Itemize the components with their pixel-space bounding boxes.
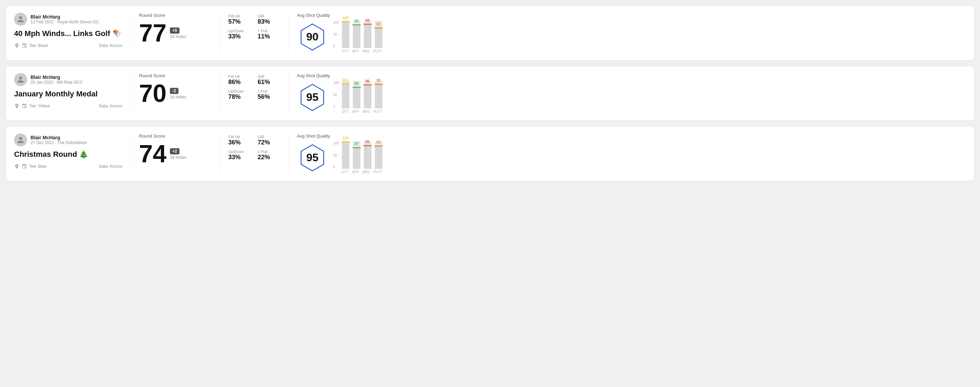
quality-left: Avg Shot Quality 95 100 50 0 — [297, 133, 382, 174]
shot-quality-chart: 100 50 0 107 95 — [333, 21, 382, 53]
bar-col-putt: 82 — [375, 21, 382, 48]
hexagon-score: 95 — [306, 91, 318, 104]
tee-info: Tee: Yellow Data: Arccos — [14, 103, 122, 109]
weather-icon — [14, 43, 19, 48]
gir-label: GIR — [258, 75, 280, 79]
person-icon — [17, 136, 24, 144]
gir-stat: GIR 61% — [258, 75, 280, 86]
score-detail: -2 18 Holes — [170, 87, 186, 100]
stats-section: FW Hit 36% GIR 72% Up/Down 33% 1 Putt 22… — [220, 133, 289, 174]
tee-info: Tee: Black Data: Arccos — [14, 43, 122, 48]
user-info: Blair McHarg 12 Feb 2022 · Royal North D… — [30, 14, 99, 24]
bar-col-app: 87 — [353, 141, 360, 169]
user-info: Blair McHarg 29 Jan 2022 · Mill Ride GCC — [30, 75, 83, 85]
weather-icon — [14, 163, 19, 169]
bar-col-app: 86 — [353, 81, 360, 108]
score-row: 77 +5 18 Holes — [139, 21, 212, 45]
updown-label: Up/Down — [228, 29, 251, 33]
bars-row: 107 95 98 — [342, 21, 382, 48]
gir-value: 83% — [258, 18, 280, 25]
hexagon: 95 — [297, 82, 328, 113]
avg-shot-quality-label: Avg Shot Quality — [297, 73, 382, 78]
fw-hit-label: FW Hit — [228, 14, 251, 18]
round-card-round1: Blair McHarg 12 Feb 2022 · Royal North D… — [5, 5, 975, 60]
score-detail: +5 18 Holes — [170, 27, 186, 39]
gir-value: 72% — [258, 139, 280, 146]
x-labels: OTTAPPARGPUTT — [342, 49, 382, 53]
round-score-label: Round Score — [139, 73, 212, 78]
gir-label: GIR — [258, 14, 280, 18]
fw-hit-label: FW Hit — [228, 135, 251, 139]
big-score: 74 — [139, 141, 167, 166]
updown-label: Up/Down — [228, 149, 251, 154]
score-row: 74 +2 18 Holes — [139, 141, 212, 166]
hexagon: 95 — [297, 143, 328, 173]
quality-section: Avg Shot Quality 95 100 50 0 — [289, 133, 966, 174]
score-detail: +2 18 Holes — [170, 148, 186, 160]
score-badge: +2 — [170, 148, 180, 154]
user-name: Blair McHarg — [30, 135, 87, 140]
bar-col-ott: 107 — [342, 21, 350, 48]
user-name: Blair McHarg — [30, 14, 99, 19]
bars-row: 101 86 96 — [342, 81, 382, 108]
round-score-label: Round Score — [139, 13, 212, 18]
tee-info: Tee: Blue Data: Arccos — [14, 163, 122, 169]
quality-left: Avg Shot Quality 90 100 50 0 — [297, 13, 382, 53]
oneputt-value: 11% — [258, 33, 280, 40]
score-row: 70 -2 18 Holes — [139, 81, 212, 106]
shot-quality-chart: 100 50 0 110 87 — [333, 141, 382, 174]
data-source: Data: Arccos — [99, 104, 122, 108]
tee-icon — [22, 163, 27, 169]
tee-label: Tee: Yellow — [14, 103, 50, 109]
bar-col-putt: 93 — [375, 141, 382, 169]
gir-stat: GIR 72% — [258, 135, 280, 146]
score-badge: +5 — [170, 27, 180, 33]
fw-hit-stat: FW Hit 36% — [228, 135, 251, 146]
tee-icon — [22, 103, 27, 109]
stats-section: FW Hit 86% GIR 61% Up/Down 78% 1 Putt 56… — [220, 73, 289, 114]
tee-text: Tee: Yellow — [29, 104, 50, 108]
user-meta: 12 Feb 2022 · Royal North Devon GC — [30, 19, 99, 24]
stats-grid: FW Hit 57% GIR 83% Up/Down 33% 1 Putt 11… — [228, 14, 280, 40]
bar-col-arg: 95 — [364, 141, 371, 169]
quality-section: Avg Shot Quality 95 100 50 0 — [289, 73, 966, 114]
round-card-round2: Blair McHarg 29 Jan 2022 · Mill Ride GCC… — [5, 66, 975, 121]
user-meta: 29 Jan 2022 · Mill Ride GCC — [30, 80, 83, 85]
stats-grid: FW Hit 36% GIR 72% Up/Down 33% 1 Putt 22… — [228, 135, 280, 161]
round-score-label: Round Score — [139, 133, 212, 139]
score-holes: 18 Holes — [170, 155, 186, 160]
oneputt-stat: 1 Putt 11% — [258, 29, 280, 40]
oneputt-label: 1 Putt — [258, 89, 280, 93]
gir-value: 61% — [258, 79, 280, 86]
score-section: Round Score 70 -2 18 Holes — [131, 73, 220, 114]
oneputt-stat: 1 Putt 22% — [258, 149, 280, 161]
updown-value: 33% — [228, 33, 251, 40]
oneputt-stat: 1 Putt 56% — [258, 89, 280, 100]
round-title: 40 Mph Winds... Links Golf 🪁 — [14, 29, 122, 38]
updown-value: 78% — [228, 93, 251, 100]
data-source: Data: Arccos — [99, 164, 122, 169]
updown-value: 33% — [228, 154, 251, 161]
bar-col-ott: 101 — [342, 81, 350, 108]
fw-hit-value: 36% — [228, 139, 251, 146]
avg-shot-quality-label: Avg Shot Quality — [297, 133, 382, 139]
round-title: January Monthly Medal — [14, 90, 122, 98]
gir-stat: GIR 83% — [258, 14, 280, 25]
hexagon: 90 — [297, 22, 328, 52]
stats-section: FW Hit 57% GIR 83% Up/Down 33% 1 Putt 11… — [220, 13, 289, 53]
tee-label: Tee: Black — [14, 43, 48, 48]
avatar — [14, 73, 27, 86]
bar-col-arg: 98 — [364, 21, 371, 48]
weather-icon — [14, 103, 19, 109]
data-source: Data: Arccos — [99, 43, 122, 48]
hexagon-score: 90 — [306, 30, 318, 43]
fw-hit-value: 86% — [228, 79, 251, 86]
left-section: Blair McHarg 12 Feb 2022 · Royal North D… — [14, 13, 131, 53]
tee-text: Tee: Black — [29, 43, 48, 48]
score-holes: 18 Holes — [170, 95, 186, 100]
bar-col-app: 95 — [353, 21, 360, 48]
left-section: Blair McHarg 27 Dec 2021 · The Oxfordshi… — [14, 133, 131, 174]
fw-hit-stat: FW Hit 57% — [228, 14, 251, 25]
avg-shot-quality-label: Avg Shot Quality — [297, 13, 382, 18]
left-section: Blair McHarg 29 Jan 2022 · Mill Ride GCC… — [14, 73, 131, 114]
